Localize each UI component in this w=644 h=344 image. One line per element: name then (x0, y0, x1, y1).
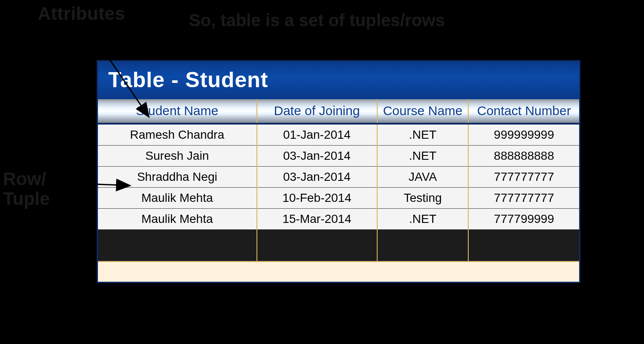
cell-empty (98, 229, 257, 261)
cell: 777777777 (468, 166, 579, 187)
cell: 888888888 (468, 145, 579, 166)
col-date-joining: Date of Joining (257, 99, 377, 124)
table-row: Shraddha Negi 03-Jan-2014 JAVA 777777777 (98, 166, 579, 187)
table-row: Maulik Mehta 15-Mar-2014 .NET 777799999 (98, 208, 579, 229)
cell: Ramesh Chandra (98, 124, 257, 146)
cell: Shraddha Negi (98, 166, 257, 187)
table-header-row: Student Name Date of Joining Course Name… (98, 99, 579, 124)
cell-empty (257, 229, 377, 261)
cell: 03-Jan-2014 (257, 166, 377, 187)
cell: .NET (377, 208, 469, 229)
caption-text: So, table is a set of tuples/rows (189, 11, 445, 30)
table-title: Table - Student (98, 61, 579, 99)
cell: 777777777 (468, 187, 579, 208)
cell: 10-Feb-2014 (257, 187, 377, 208)
attributes-label: Attributes (38, 3, 125, 24)
col-contact-number: Contact Number (468, 99, 579, 124)
cell: 03-Jan-2014 (257, 145, 377, 166)
cell: Maulik Mehta (98, 208, 257, 229)
cell: .NET (377, 124, 469, 146)
cell: JAVA (377, 166, 469, 187)
cell: Testing (377, 187, 469, 208)
row-tuple-label-line2: Tuple (3, 189, 50, 209)
table-row: Ramesh Chandra 01-Jan-2014 .NET 99999999… (98, 124, 579, 146)
table-footer-strip (98, 261, 579, 282)
col-course-name: Course Name (377, 99, 469, 124)
student-table-block: Table - Student Student Name Date of Joi… (97, 60, 580, 283)
table-row-empty (98, 229, 579, 261)
row-tuple-label-line1: Row/ (3, 169, 46, 189)
cell: 999999999 (468, 124, 579, 146)
cell: 15-Mar-2014 (257, 208, 377, 229)
cell: 777799999 (468, 208, 579, 229)
cell: 01-Jan-2014 (257, 124, 377, 146)
col-student-name: Student Name (98, 99, 257, 124)
cell: .NET (377, 145, 469, 166)
cell: Maulik Mehta (98, 187, 257, 208)
cell: Suresh Jain (98, 145, 257, 166)
row-tuple-label: Row/ Tuple (3, 169, 50, 209)
table-row: Suresh Jain 03-Jan-2014 .NET 888888888 (98, 145, 579, 166)
cell-empty (377, 229, 469, 261)
student-table: Student Name Date of Joining Course Name… (98, 99, 579, 261)
cell-empty (468, 229, 579, 261)
table-row: Maulik Mehta 10-Feb-2014 Testing 7777777… (98, 187, 579, 208)
